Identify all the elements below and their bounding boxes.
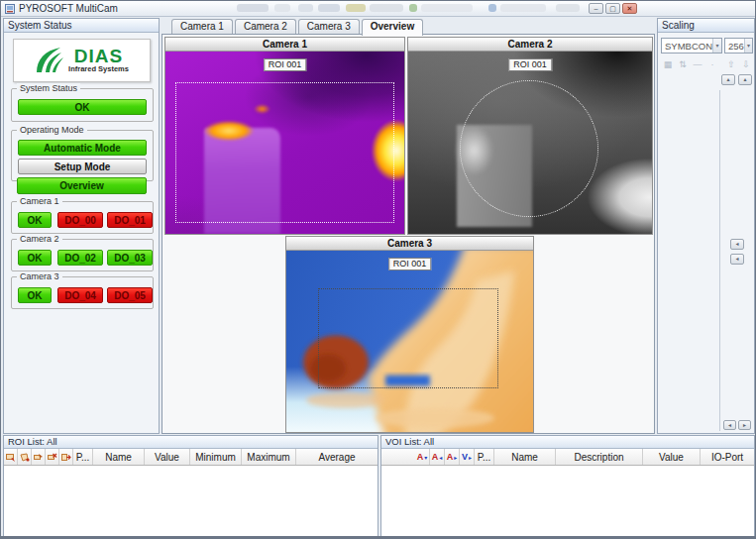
voi-column-description[interactable]: Description bbox=[556, 449, 643, 465]
camera-tabs: Camera 1 Camera 2 Camera 3 Overview bbox=[171, 19, 423, 35]
scaling-tool-icon-5[interactable]: ⇧ bbox=[725, 59, 737, 69]
camera2-panel: Camera 2 ROI 001 bbox=[407, 37, 653, 235]
camera3-roi-rectangle[interactable] bbox=[318, 288, 498, 388]
operating-mode-group: Operating Mode Automatic Mode Setup Mode bbox=[11, 130, 154, 181]
system-ok-button[interactable]: OK bbox=[18, 99, 147, 115]
scroll-left-button[interactable]: ◂ bbox=[723, 420, 736, 430]
camera1-do00-button[interactable]: DO_00 bbox=[57, 212, 103, 228]
camera2-do02-button[interactable]: DO_02 bbox=[57, 250, 103, 266]
roi-column-value[interactable]: Value bbox=[145, 449, 190, 465]
background-ghost bbox=[318, 4, 340, 12]
roi-table-body[interactable] bbox=[4, 466, 378, 537]
voi-column-value[interactable]: Value bbox=[643, 449, 701, 465]
camera1-roi-rectangle[interactable] bbox=[175, 82, 395, 223]
voi-table-body[interactable] bbox=[381, 466, 754, 537]
range-lower-button[interactable]: ◂ bbox=[730, 254, 744, 265]
camera1-thermal-image[interactable]: ROI 001 bbox=[165, 52, 404, 234]
camera2-roi-circle[interactable] bbox=[460, 80, 598, 217]
roi-column-p[interactable]: P... bbox=[73, 449, 93, 465]
camera2-ok-button[interactable]: OK bbox=[18, 250, 52, 266]
scaling-panel: Scaling SYMBCON ▾ 256 ▾ ▦ ⇅ — · ⇧ ⇩ ▴ ▴ … bbox=[657, 18, 755, 434]
voi-value-right-icon[interactable]: V▸ bbox=[460, 449, 475, 465]
camera3-thermal-image[interactable]: ROI 001 bbox=[286, 251, 533, 432]
camera1-status-group: Camera 1 OK DO_00 DO_01 bbox=[11, 201, 154, 234]
camera3-panel-header: Camera 3 bbox=[286, 237, 533, 251]
camera2-do03-button[interactable]: DO_03 bbox=[107, 250, 153, 266]
voi-column-p[interactable]: P... bbox=[475, 449, 494, 465]
voi-table-header: A▾ A◂ A▸ V▸ P... Name Description Value … bbox=[381, 449, 754, 466]
roi-column-minimum[interactable]: Minimum bbox=[190, 449, 242, 465]
camera2-thermal-image[interactable]: ROI 001 bbox=[408, 52, 652, 234]
background-ghost bbox=[346, 4, 366, 12]
camera2-roi-label[interactable]: ROI 001 bbox=[508, 58, 552, 71]
scaling-tool-icon-4[interactable]: · bbox=[706, 59, 718, 69]
tab-camera3[interactable]: Camera 3 bbox=[298, 19, 360, 35]
camera3-panel: Camera 3 bbox=[285, 236, 534, 433]
camera3-do05-button[interactable]: DO_05 bbox=[107, 287, 153, 303]
tab-overview[interactable]: Overview bbox=[362, 19, 423, 36]
setup-mode-button[interactable]: Setup Mode bbox=[18, 159, 147, 174]
tab-camera1[interactable]: Camera 1 bbox=[171, 19, 233, 35]
tab-camera2[interactable]: Camera 2 bbox=[235, 19, 296, 35]
maximize-button[interactable]: ▢ bbox=[605, 3, 620, 14]
levels-select[interactable]: 256 ▾ bbox=[724, 38, 753, 54]
logo-brand: DIAS bbox=[68, 48, 129, 64]
app-window: PYROSOFT MultiCam – ▢ ✕ System Status bbox=[0, 0, 756, 539]
scroll-right-button[interactable]: ▸ bbox=[738, 420, 751, 430]
group-label: Camera 3 bbox=[17, 271, 62, 281]
background-ghost bbox=[298, 4, 313, 12]
system-status-group: System Status OK bbox=[11, 88, 154, 122]
voi-spacer bbox=[381, 449, 415, 465]
dias-logo: DIAS Infrared Systems bbox=[13, 39, 151, 82]
palette-value: SYMBCON bbox=[665, 41, 712, 52]
camera3-roi-label[interactable]: ROI 001 bbox=[388, 258, 432, 270]
range-upper-button[interactable]: ◂ bbox=[730, 239, 744, 250]
camera1-panel: Camera 1 ROI 001 bbox=[164, 37, 405, 235]
main-area: Camera 1 Camera 2 Camera 3 Overview Came… bbox=[162, 18, 655, 434]
camera1-panel-header: Camera 1 bbox=[165, 38, 404, 52]
voi-list-header: VOI List: All bbox=[381, 436, 754, 449]
scale-down-button[interactable]: ▴ bbox=[738, 74, 752, 85]
camera1-do01-button[interactable]: DO_01 bbox=[107, 212, 153, 228]
app-icon bbox=[5, 4, 15, 14]
roi-delete-tool-icon[interactable] bbox=[46, 449, 59, 465]
camera3-do04-button[interactable]: DO_04 bbox=[57, 287, 103, 303]
window-controls: – ▢ ✕ bbox=[589, 3, 637, 14]
scaling-tool-icon-1[interactable]: ▦ bbox=[662, 59, 674, 69]
roi-polygon-tool-icon[interactable] bbox=[18, 449, 32, 465]
roi-export-tool-icon[interactable] bbox=[59, 449, 73, 465]
minimize-button[interactable]: – bbox=[589, 3, 603, 14]
title-bar: PYROSOFT MultiCam – ▢ ✕ bbox=[1, 1, 755, 17]
palette-select[interactable]: SYMBCON ▾ bbox=[661, 38, 722, 54]
voi-analog-right-icon[interactable]: A▸ bbox=[445, 449, 460, 465]
roi-list-panel: ROI List: All P... Name Value Minimum Ma… bbox=[3, 435, 378, 537]
automatic-mode-button[interactable]: Automatic Mode bbox=[18, 140, 147, 156]
voi-list-panel: VOI List: All A▾ A◂ A▸ V▸ P... Name Desc… bbox=[380, 435, 755, 537]
overview-button[interactable]: Overview bbox=[17, 177, 147, 194]
roi-column-name[interactable]: Name bbox=[93, 449, 145, 465]
roi-column-average[interactable]: Average bbox=[296, 449, 378, 465]
roi-table-header: P... Name Value Minimum Maximum Average bbox=[4, 449, 378, 466]
system-status-panel: System Status DIAS Infrared Systems Syst… bbox=[3, 18, 160, 434]
voi-analog-down-icon[interactable]: A▾ bbox=[415, 449, 430, 465]
camera3-ok-button[interactable]: OK bbox=[18, 287, 52, 303]
background-ghost bbox=[237, 4, 269, 12]
scale-up-button[interactable]: ▴ bbox=[721, 74, 735, 85]
background-ghost bbox=[500, 4, 546, 12]
roi-rect-tool-icon[interactable] bbox=[4, 449, 18, 465]
scaling-tool-icon-3[interactable]: — bbox=[692, 59, 703, 69]
background-ghost bbox=[370, 4, 403, 12]
roi-edit-tool-icon[interactable] bbox=[32, 449, 46, 465]
voi-column-name[interactable]: Name bbox=[494, 449, 556, 465]
background-ghost bbox=[409, 4, 417, 12]
scaling-tool-icon-6[interactable]: ⇩ bbox=[740, 59, 752, 69]
levels-value: 256 bbox=[728, 41, 744, 52]
roi-column-maximum[interactable]: Maximum bbox=[242, 449, 296, 465]
camera1-roi-label[interactable]: ROI 001 bbox=[264, 58, 307, 71]
voi-column-ioport[interactable]: IO-Port bbox=[701, 449, 754, 465]
camera1-ok-button[interactable]: OK bbox=[18, 212, 52, 228]
scaling-tool-icon-2[interactable]: ⇅ bbox=[677, 59, 689, 69]
group-label: Camera 1 bbox=[17, 196, 62, 206]
close-button[interactable]: ✕ bbox=[622, 3, 637, 14]
voi-analog-left-icon[interactable]: A◂ bbox=[430, 449, 445, 465]
